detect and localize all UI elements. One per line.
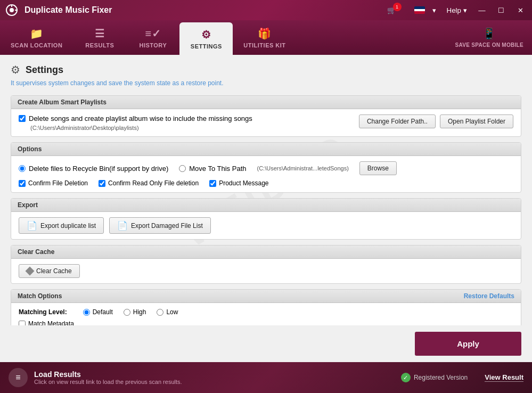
page-header: ⚙ Settings <box>11 63 521 76</box>
status-text: Load Results Click on view result link t… <box>34 370 395 385</box>
status-title: Load Results <box>34 370 395 379</box>
match-metadata-text: Match Metadata <box>28 320 74 325</box>
level-default-label[interactable]: Default <box>83 308 113 316</box>
page-title: Settings <box>26 64 63 76</box>
match-options-section: Match Options Restore Defaults Matching … <box>11 289 521 325</box>
nav-tabs: 📁 SCAN LOCATION ☰ RESULTS ≡✓ HISTORY ⚙ S… <box>0 20 532 55</box>
app-title: Duplicate Music Fixer <box>24 5 384 15</box>
open-playlist-button[interactable]: Open Playlist Folder <box>440 114 513 128</box>
level-high-label[interactable]: High <box>124 308 146 316</box>
match-options-title: Match Options <box>18 292 62 300</box>
level-low-radio[interactable] <box>157 309 163 316</box>
app-logo <box>4 3 19 18</box>
match-options-body: Matching Level: Default High Low <box>11 303 521 325</box>
match-metadata-checkbox[interactable] <box>19 321 26 326</box>
export-duplicate-label: Export duplicate list <box>40 222 96 230</box>
page-subtitle: It supervises system changes and save th… <box>11 79 521 87</box>
export-header: Export <box>11 199 521 212</box>
clear-cache-button[interactable]: Clear Cache <box>19 264 80 278</box>
export-damaged-label: Export Damaged File List <box>131 222 203 230</box>
options-section: Options Delete files to Recycle Bin(if s… <box>11 142 521 193</box>
tab-scan-location-label: SCAN LOCATION <box>11 42 62 48</box>
restore-defaults-link[interactable]: Restore Defaults <box>464 292 514 300</box>
language-flag <box>414 6 425 14</box>
utilities-icon: 🎁 <box>258 27 272 40</box>
export-damaged-icon: 📄 <box>117 220 128 231</box>
playlist-checkbox-label[interactable]: Delete songs and create playlist album w… <box>29 114 252 122</box>
product-msg-text: Product Message <box>219 179 268 187</box>
language-dropdown[interactable]: ▾ <box>429 4 439 17</box>
create-album-body: Delete songs and create playlist album w… <box>11 109 521 136</box>
clear-cache-body: Clear Cache <box>11 259 521 283</box>
create-album-section: Create Album Smart Playlists Delete song… <box>11 95 521 137</box>
change-folder-button[interactable]: Change Folder Path.. <box>359 114 436 128</box>
matching-level-label: Matching Level: <box>19 308 67 316</box>
playlist-row: Delete songs and create playlist album w… <box>19 114 513 131</box>
chevron-down-icon: ▾ <box>432 6 436 14</box>
help-chevron-icon: ▾ <box>463 6 467 14</box>
save-space-icon: 📱 <box>482 27 496 40</box>
apply-button[interactable]: Apply <box>415 332 521 356</box>
confirm-readonly-label[interactable]: Confirm Read Only File deletion <box>99 179 199 187</box>
options-header: Options <box>11 143 521 156</box>
level-default-text: Default <box>93 308 113 316</box>
tab-results[interactable]: ☰ RESULTS <box>73 20 126 55</box>
playlist-path: (C:\Users\Administrator\Desktop\playlist… <box>30 125 359 131</box>
tab-history[interactable]: ≡✓ HISTORY <box>126 20 179 55</box>
export-damaged-button[interactable]: 📄 Export Damaged File List <box>109 217 211 234</box>
maximize-button[interactable]: ☐ <box>494 4 509 16</box>
apply-bar: Apply <box>0 325 532 362</box>
tab-scan-location[interactable]: 📁 SCAN LOCATION <box>0 20 73 55</box>
product-msg-checkbox[interactable] <box>209 180 216 187</box>
export-row: 📄 Export duplicate list 📄 Export Damaged… <box>19 217 513 234</box>
level-low-label[interactable]: Low <box>157 308 178 316</box>
results-icon: ☰ <box>95 27 105 40</box>
matching-level-row: Matching Level: Default High Low <box>19 308 513 316</box>
level-default-radio[interactable] <box>83 309 90 316</box>
move-path-radio[interactable] <box>179 165 186 172</box>
tab-settings-label: SETTINGS <box>191 43 222 50</box>
playlist-checkbox[interactable] <box>19 115 26 122</box>
options-radio-row: Delete files to Recycle Bin(if support b… <box>19 161 513 175</box>
minimize-button[interactable]: — <box>474 4 489 16</box>
title-bar-controls: 🛒 1 ▾ Help ▾ — ☐ ✕ <box>384 4 528 17</box>
settings-gear-icon: ⚙ <box>11 63 20 76</box>
recycle-bin-radio-group: Delete files to Recycle Bin(if support b… <box>19 165 168 173</box>
tab-utilities-kit[interactable]: 🎁 UTILITIES KIT <box>233 20 296 55</box>
browse-button[interactable]: Browse <box>359 161 397 175</box>
registered-label: Registered Version <box>414 374 468 381</box>
close-button[interactable]: ✕ <box>513 4 528 16</box>
level-low-text: Low <box>166 308 178 316</box>
move-path-label[interactable]: Move To This Path <box>189 165 246 173</box>
content-area: WEIDOO ⚙ Settings It supervises system c… <box>0 55 532 325</box>
diamond-icon <box>26 267 35 276</box>
check-circle-icon: ✓ <box>401 373 411 382</box>
move-path-radio-group: Move To This Path <box>179 165 246 173</box>
tab-settings[interactable]: ⚙ SETTINGS <box>179 22 233 55</box>
status-menu-button[interactable]: ≡ <box>9 368 28 387</box>
match-options-header: Match Options Restore Defaults <box>11 290 521 303</box>
clear-cache-label: Clear Cache <box>36 267 72 275</box>
export-duplicate-button[interactable]: 📄 Export duplicate list <box>19 217 104 234</box>
settings-icon: ⚙ <box>201 28 211 41</box>
match-metadata-label[interactable]: Match Metadata <box>19 320 513 325</box>
move-path-display: (C:\Users\Administrat...letedSongs) <box>257 165 348 171</box>
status-bar: ≡ Load Results Click on view result link… <box>0 362 532 393</box>
help-button[interactable]: Help ▾ <box>444 4 470 17</box>
recycle-bin-label[interactable]: Delete files to Recycle Bin(if support b… <box>29 165 168 173</box>
recycle-bin-radio[interactable] <box>19 165 26 172</box>
tab-history-label: HISTORY <box>139 42 167 48</box>
cart-button[interactable]: 🛒 1 <box>384 4 410 17</box>
confirm-delete-checkbox[interactable] <box>19 180 26 187</box>
scan-location-icon: 📁 <box>30 27 44 40</box>
options-checkboxes: Confirm File Deletion Confirm Read Only … <box>19 179 513 187</box>
product-msg-label[interactable]: Product Message <box>209 179 268 187</box>
tab-save-space-label: SAVE SPACE ON MOBILE <box>455 42 523 48</box>
create-album-header: Create Album Smart Playlists <box>11 96 521 109</box>
confirm-delete-label[interactable]: Confirm File Deletion <box>19 179 88 187</box>
tab-save-space[interactable]: 📱 SAVE SPACE ON MOBILE <box>447 20 532 55</box>
help-label: Help <box>447 6 461 14</box>
view-result-link[interactable]: View Result <box>485 373 523 382</box>
confirm-readonly-checkbox[interactable] <box>99 180 105 187</box>
level-high-radio[interactable] <box>124 309 130 316</box>
